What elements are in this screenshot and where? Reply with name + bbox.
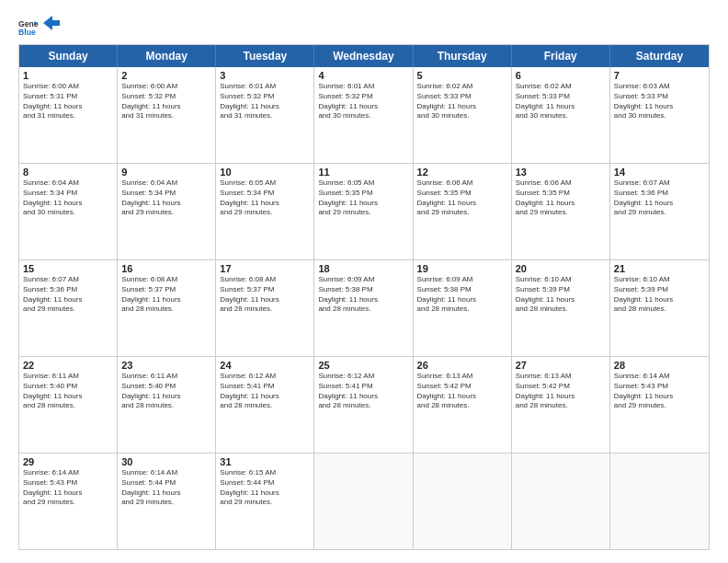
day-info: Sunrise: 6:11 AMSunset: 5:40 PMDaylight:… [121, 372, 211, 411]
day-info: Sunrise: 6:09 AMSunset: 5:38 PMDaylight:… [318, 275, 408, 315]
day-info: Sunrise: 6:13 AMSunset: 5:42 PMDaylight:… [516, 372, 606, 411]
day-info: Sunrise: 6:10 AMSunset: 5:39 PMDaylight:… [516, 275, 606, 315]
day-cell-4: 4Sunrise: 6:01 AMSunset: 5:32 PMDaylight… [314, 67, 413, 163]
day-number: 6 [516, 70, 606, 81]
page: General Blue SundayMondayTuesdayWednesda… [0, 0, 728, 563]
day-info: Sunrise: 6:12 AMSunset: 5:41 PMDaylight:… [318, 372, 408, 411]
day-number: 10 [220, 167, 310, 178]
day-cell-19: 19Sunrise: 6:09 AMSunset: 5:38 PMDayligh… [414, 260, 512, 356]
day-info: Sunrise: 6:04 AMSunset: 5:34 PMDaylight:… [23, 178, 113, 218]
day-info: Sunrise: 6:05 AMSunset: 5:34 PMDaylight:… [220, 178, 310, 218]
day-number: 11 [318, 167, 408, 178]
day-cell-7: 7Sunrise: 6:03 AMSunset: 5:33 PMDaylight… [610, 67, 709, 163]
day-number: 2 [121, 70, 211, 81]
day-cell-27: 27Sunrise: 6:13 AMSunset: 5:42 PMDayligh… [512, 357, 610, 453]
day-number: 7 [614, 70, 705, 81]
empty-cell [414, 454, 512, 549]
day-cell-31: 31Sunrise: 6:15 AMSunset: 5:44 PMDayligh… [216, 454, 314, 549]
day-cell-9: 9Sunrise: 6:04 AMSunset: 5:34 PMDaylight… [118, 164, 216, 259]
day-cell-15: 15Sunrise: 6:07 AMSunset: 5:36 PMDayligh… [19, 260, 118, 356]
day-info: Sunrise: 6:13 AMSunset: 5:42 PMDaylight:… [417, 372, 507, 411]
svg-marker-3 [43, 16, 60, 30]
day-info: Sunrise: 6:07 AMSunset: 5:36 PMDaylight:… [614, 178, 705, 218]
day-number: 14 [614, 167, 705, 178]
day-info: Sunrise: 6:12 AMSunset: 5:41 PMDaylight:… [220, 372, 310, 411]
day-number: 22 [23, 360, 113, 371]
day-cell-29: 29Sunrise: 6:14 AMSunset: 5:43 PMDayligh… [19, 454, 118, 549]
day-cell-16: 16Sunrise: 6:08 AMSunset: 5:37 PMDayligh… [118, 260, 216, 356]
day-number: 17 [220, 263, 310, 274]
day-info: Sunrise: 6:05 AMSunset: 5:35 PMDaylight:… [318, 178, 408, 218]
day-number: 15 [23, 263, 113, 274]
header-day-friday: Friday [512, 45, 610, 67]
day-info: Sunrise: 6:01 AMSunset: 5:32 PMDaylight:… [318, 82, 408, 121]
logo: General Blue [18, 17, 60, 37]
calendar-header: SundayMondayTuesdayWednesdayThursdayFrid… [19, 45, 709, 67]
day-number: 26 [417, 360, 507, 371]
day-cell-20: 20Sunrise: 6:10 AMSunset: 5:39 PMDayligh… [512, 260, 610, 356]
day-info: Sunrise: 6:02 AMSunset: 5:33 PMDaylight:… [516, 82, 606, 121]
day-info: Sunrise: 6:08 AMSunset: 5:37 PMDaylight:… [121, 275, 211, 315]
day-number: 3 [220, 70, 310, 81]
calendar-row-3: 15Sunrise: 6:07 AMSunset: 5:36 PMDayligh… [19, 260, 709, 357]
day-info: Sunrise: 6:01 AMSunset: 5:32 PMDaylight:… [220, 82, 310, 121]
day-number: 18 [318, 263, 408, 274]
day-info: Sunrise: 6:08 AMSunset: 5:37 PMDaylight:… [220, 275, 310, 315]
day-cell-26: 26Sunrise: 6:13 AMSunset: 5:42 PMDayligh… [414, 357, 512, 453]
day-number: 25 [318, 360, 408, 371]
day-info: Sunrise: 6:14 AMSunset: 5:43 PMDaylight:… [614, 372, 705, 411]
day-cell-13: 13Sunrise: 6:06 AMSunset: 5:35 PMDayligh… [512, 164, 610, 259]
day-number: 1 [23, 70, 113, 81]
day-number: 24 [220, 360, 310, 371]
calendar-row-1: 1Sunrise: 6:00 AMSunset: 5:31 PMDaylight… [19, 67, 709, 164]
day-number: 4 [318, 70, 408, 81]
header-day-thursday: Thursday [414, 45, 512, 67]
day-info: Sunrise: 6:09 AMSunset: 5:38 PMDaylight:… [417, 275, 507, 315]
day-number: 23 [121, 360, 211, 371]
day-number: 27 [516, 360, 606, 371]
day-info: Sunrise: 6:15 AMSunset: 5:44 PMDaylight:… [220, 468, 310, 508]
header-day-monday: Monday [118, 45, 216, 67]
day-info: Sunrise: 6:11 AMSunset: 5:40 PMDaylight:… [23, 372, 113, 411]
empty-cell [314, 454, 413, 549]
svg-text:Blue: Blue [18, 28, 36, 37]
day-cell-3: 3Sunrise: 6:01 AMSunset: 5:32 PMDaylight… [216, 67, 314, 163]
day-number: 8 [23, 167, 113, 178]
calendar: SundayMondayTuesdayWednesdayThursdayFrid… [18, 44, 710, 550]
logo-icon: General Blue [18, 17, 39, 37]
day-number: 12 [417, 167, 507, 178]
day-info: Sunrise: 6:14 AMSunset: 5:43 PMDaylight:… [23, 468, 113, 508]
day-number: 19 [417, 263, 507, 274]
day-cell-21: 21Sunrise: 6:10 AMSunset: 5:39 PMDayligh… [610, 260, 709, 356]
day-cell-10: 10Sunrise: 6:05 AMSunset: 5:34 PMDayligh… [216, 164, 314, 259]
day-info: Sunrise: 6:10 AMSunset: 5:39 PMDaylight:… [614, 275, 705, 315]
calendar-body: 1Sunrise: 6:00 AMSunset: 5:31 PMDaylight… [19, 67, 709, 549]
day-number: 13 [516, 167, 606, 178]
day-cell-28: 28Sunrise: 6:14 AMSunset: 5:43 PMDayligh… [610, 357, 709, 453]
day-cell-5: 5Sunrise: 6:02 AMSunset: 5:33 PMDaylight… [414, 67, 512, 163]
day-cell-24: 24Sunrise: 6:12 AMSunset: 5:41 PMDayligh… [216, 357, 314, 453]
day-number: 16 [121, 263, 211, 274]
empty-cell [512, 454, 610, 549]
calendar-row-5: 29Sunrise: 6:14 AMSunset: 5:43 PMDayligh… [19, 454, 709, 549]
header-day-sunday: Sunday [19, 45, 118, 67]
day-number: 30 [121, 456, 211, 467]
day-cell-11: 11Sunrise: 6:05 AMSunset: 5:35 PMDayligh… [314, 164, 413, 259]
day-cell-30: 30Sunrise: 6:14 AMSunset: 5:44 PMDayligh… [118, 454, 216, 549]
empty-cell [610, 454, 709, 549]
day-cell-6: 6Sunrise: 6:02 AMSunset: 5:33 PMDaylight… [512, 67, 610, 163]
day-cell-25: 25Sunrise: 6:12 AMSunset: 5:41 PMDayligh… [314, 357, 413, 453]
day-number: 20 [516, 263, 606, 274]
day-cell-12: 12Sunrise: 6:06 AMSunset: 5:35 PMDayligh… [414, 164, 512, 259]
day-cell-2: 2Sunrise: 6:00 AMSunset: 5:32 PMDaylight… [118, 67, 216, 163]
day-info: Sunrise: 6:06 AMSunset: 5:35 PMDaylight:… [417, 178, 507, 218]
day-info: Sunrise: 6:00 AMSunset: 5:32 PMDaylight:… [121, 82, 211, 121]
day-info: Sunrise: 6:02 AMSunset: 5:33 PMDaylight:… [417, 82, 507, 121]
day-info: Sunrise: 6:00 AMSunset: 5:31 PMDaylight:… [23, 82, 113, 121]
header-day-tuesday: Tuesday [216, 45, 314, 67]
calendar-row-4: 22Sunrise: 6:11 AMSunset: 5:40 PMDayligh… [19, 357, 709, 454]
header-day-wednesday: Wednesday [314, 45, 413, 67]
day-cell-1: 1Sunrise: 6:00 AMSunset: 5:31 PMDaylight… [19, 67, 118, 163]
day-number: 9 [121, 167, 211, 178]
header-day-saturday: Saturday [610, 45, 709, 67]
